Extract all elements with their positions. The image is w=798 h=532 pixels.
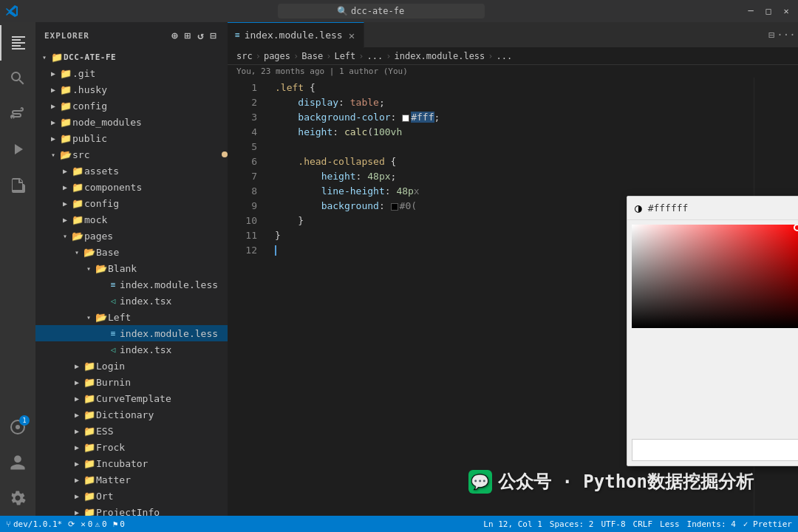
status-line-col[interactable]: Ln 12, Col 1 (483, 519, 542, 529)
sidebar-item-dictionary[interactable]: ▶ 📁 Dictionary (35, 406, 228, 423)
color-picker-popup[interactable]: ◑ #ffffff (627, 196, 798, 466)
sidebar-item-blank[interactable]: ▾ 📂 Blank (35, 260, 228, 276)
tree-label-public: public (72, 133, 228, 144)
sidebar-item-left[interactable]: ▾ 📂 Left (35, 309, 228, 325)
more-actions-icon[interactable]: ··· (780, 29, 792, 41)
code-editor[interactable]: 1 2 3 4 5 6 7 8 9 10 11 12 .left { displ… (228, 78, 798, 516)
tree-label-blank: Blank (108, 263, 228, 274)
status-line-ending[interactable]: CRLF (633, 519, 653, 529)
status-git-branch[interactable]: ⑂ dev/1.0.1* (6, 519, 62, 529)
folder-icon: 📁 (71, 214, 84, 225)
folder-icon: 📁 (83, 442, 96, 453)
status-sync[interactable]: ⟳ (68, 519, 75, 529)
tree-label-ess: ESS (96, 426, 228, 437)
arrow-icon: ▾ (38, 53, 50, 61)
status-errors[interactable]: ✕ 0 ⚠ 0 (81, 519, 107, 529)
refresh-icon[interactable]: ↺ (196, 28, 205, 43)
sidebar-item-left-tsx[interactable]: ◁ index.tsx (35, 341, 228, 358)
arrow-icon: ▶ (71, 492, 83, 500)
status-info[interactable]: ⚑ 0 (113, 519, 125, 529)
sidebar-item-git[interactable]: ▶ 📁 .git (35, 65, 228, 81)
sidebar-item-public[interactable]: ▶ 📁 public (35, 130, 228, 146)
color-hex-value: #ffffff (648, 202, 689, 214)
tree-item-root[interactable]: ▾ 📁 DCC-ATE-FE (35, 49, 228, 65)
color-picker-header: ◑ #ffffff (627, 197, 798, 220)
new-file-icon[interactable]: ⊕ (170, 28, 180, 43)
editor-area: ≡ index.module.less ✕ ⊟ ··· src › pages … (228, 22, 798, 516)
collapse-icon[interactable]: ⊟ (209, 28, 219, 43)
sidebar-item-blank-tsx[interactable]: ◁ index.tsx (35, 293, 228, 309)
sidebar-item-ort[interactable]: ▶ 📁 Ort (35, 488, 228, 504)
breadcrumb-file[interactable]: index.module.less (394, 51, 485, 61)
sidebar-item-matter[interactable]: ▶ 📁 Matter (35, 471, 228, 488)
folder-icon: 📁 (83, 458, 96, 469)
new-folder-icon[interactable]: ⊞ (183, 28, 193, 43)
activity-source-control[interactable] (0, 96, 35, 132)
color-gradient-picker[interactable] (632, 225, 798, 328)
minimize-button[interactable]: ─ (745, 5, 757, 17)
sidebar-item-projectinfo[interactable]: ▶ 📁 ProjectInfo (35, 504, 228, 516)
folder-icon: 📁 (71, 198, 84, 209)
status-indent[interactable]: Indents: 4 (687, 519, 736, 529)
tab-close-button[interactable]: ✕ (347, 28, 356, 43)
folder-icon: 📁 (59, 133, 72, 144)
code-line-3: background-color: #fff; (275, 110, 754, 125)
sidebar-item-config2[interactable]: ▶ 📁 config (35, 195, 228, 211)
arrow-icon: ▶ (47, 69, 59, 78)
tree-label-left-less: index.module.less (120, 328, 228, 339)
sidebar-item-burnin[interactable]: ▶ 📁 Burnin (35, 374, 228, 390)
activity-remote[interactable]: 1 (0, 409, 35, 445)
sidebar-item-ess[interactable]: ▶ 📁 ESS (35, 423, 228, 439)
activity-search[interactable] (0, 61, 35, 96)
tree-label-curvetemplate: CurveTemplate (96, 393, 228, 404)
folder-open-icon: 📂 (59, 149, 72, 160)
status-language[interactable]: Less (660, 519, 680, 529)
folder-icon: 📁 (59, 100, 72, 112)
folder-open-icon: 📂 (95, 263, 108, 274)
sidebar-item-mock[interactable]: ▶ 📁 mock (35, 211, 228, 228)
breadcrumb-left[interactable]: Left (334, 51, 355, 61)
sidebar-item-husky[interactable]: ▶ 📁 .husky (35, 81, 228, 98)
maximize-button[interactable]: □ (763, 5, 774, 17)
sidebar-item-curvetemplate[interactable]: ▶ 📁 CurveTemplate (35, 390, 228, 406)
title-search-box[interactable]: 🔍 dcc-ate-fe (278, 4, 485, 18)
sidebar-item-login[interactable]: ▶ 📁 Login (35, 358, 228, 374)
close-button[interactable]: ✕ (780, 5, 792, 17)
sidebar-item-components[interactable]: ▶ 📁 components (35, 179, 228, 195)
sidebar-item-blank-less[interactable]: ≡ index.module.less (35, 276, 228, 293)
sidebar-item-node-modules[interactable]: ▶ 📁 node_modules (35, 114, 228, 130)
tab-bar: ≡ index.module.less ✕ ⊟ ··· (228, 22, 798, 48)
color-preview (632, 439, 798, 461)
folder-icon: 📁 (71, 166, 84, 177)
tree-label-pages: pages (84, 231, 228, 242)
sidebar-item-frock[interactable]: ▶ 📁 Frock (35, 439, 228, 455)
sidebar-item-left-less[interactable]: ≡ index.module.less (35, 325, 228, 341)
activity-settings[interactable] (0, 480, 35, 516)
activity-explorer[interactable] (0, 25, 35, 61)
sidebar-item-src[interactable]: ▾ 📂 src (35, 146, 228, 163)
status-encoding[interactable]: UTF-8 (601, 519, 625, 529)
breadcrumb-dots[interactable]: ... (367, 51, 383, 61)
sidebar-item-base[interactable]: ▾ 📂 Base (35, 244, 228, 260)
tree-label-config: config (72, 100, 228, 112)
encoding-text: UTF-8 (601, 519, 625, 529)
color-cursor (794, 225, 798, 231)
sidebar-item-incubator[interactable]: ▶ 📁 Incubator (35, 455, 228, 471)
sidebar-item-assets[interactable]: ▶ 📁 assets (35, 163, 228, 179)
breadcrumb-pages[interactable]: pages (264, 51, 290, 61)
activity-accounts[interactable] (0, 445, 35, 480)
tree-label-blank-less: index.module.less (120, 279, 228, 290)
split-editor-icon[interactable]: ⊟ (765, 29, 777, 41)
breadcrumb-src[interactable]: src (236, 51, 253, 61)
status-prettier[interactable]: ✓ Prettier (743, 519, 792, 529)
sidebar-item-pages[interactable]: ▾ 📂 pages (35, 228, 228, 244)
status-spaces[interactable]: Spaces: 2 (550, 519, 594, 529)
arrow-icon: ▶ (47, 134, 59, 143)
breadcrumb-base[interactable]: Base (301, 51, 323, 61)
activity-run[interactable] (0, 132, 35, 167)
color-gradient-inner (632, 225, 798, 328)
activity-extensions[interactable] (0, 167, 35, 202)
tab-index-module-less[interactable]: ≡ index.module.less ✕ (228, 22, 364, 48)
sidebar-item-config[interactable]: ▶ 📁 config (35, 98, 228, 114)
breadcrumb-symbol[interactable]: ... (497, 51, 513, 61)
